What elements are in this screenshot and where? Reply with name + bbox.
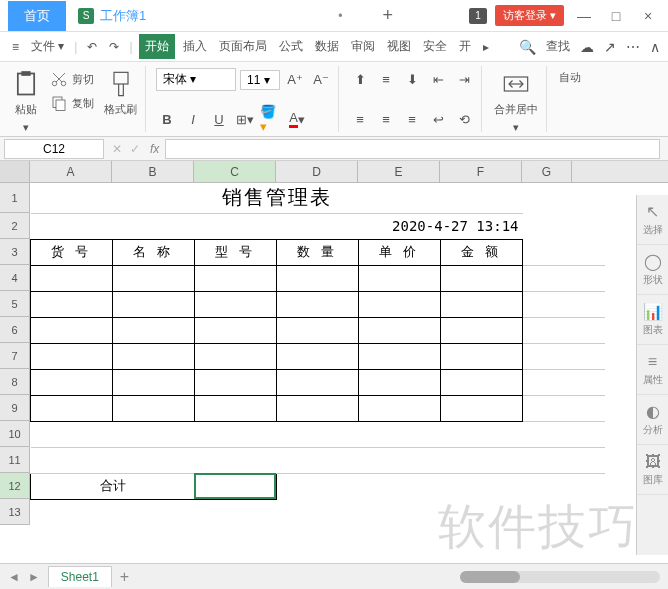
fx-confirm-icon[interactable]: ✓ — [130, 142, 140, 156]
bold-button[interactable]: B — [156, 108, 178, 130]
sheet-next-icon[interactable]: ► — [28, 570, 40, 584]
col-header-c[interactable]: C — [194, 161, 276, 182]
row-header-1[interactable]: 1 — [0, 183, 30, 213]
format-painter-button[interactable]: 格式刷 — [102, 68, 139, 136]
row-header-3[interactable]: 3 — [0, 239, 30, 265]
more-icon[interactable]: ⋯ — [626, 39, 640, 55]
file-menu[interactable]: 文件 ▾ — [27, 36, 68, 57]
tab-pagelayout[interactable]: 页面布局 — [215, 36, 271, 57]
align-left-icon[interactable]: ≡ — [349, 108, 371, 130]
sheet-tab[interactable]: Sheet1 — [48, 566, 112, 587]
col-header-g[interactable]: G — [522, 161, 572, 182]
undo-icon[interactable]: ↶ — [83, 38, 101, 56]
col-header-a[interactable]: A — [30, 161, 112, 182]
tab-start[interactable]: 开始 — [139, 34, 175, 59]
fx-cancel-icon[interactable]: ✕ — [112, 142, 122, 156]
row-header-9[interactable]: 9 — [0, 395, 30, 421]
name-box[interactable]: C12 — [4, 139, 104, 159]
increase-font-icon[interactable]: A⁺ — [284, 69, 306, 91]
align-middle-icon[interactable]: ≡ — [375, 68, 397, 90]
sheet-prev-icon[interactable]: ◄ — [8, 570, 20, 584]
sheet-date[interactable]: 2020-4-27 13:14 — [31, 213, 523, 239]
align-right-icon[interactable]: ≡ — [401, 108, 423, 130]
merge-center-button[interactable]: 合并居中▾ — [492, 68, 540, 136]
fill-color-button[interactable]: 🪣▾ — [260, 108, 282, 130]
notification-badge[interactable]: 1 — [469, 8, 487, 24]
border-button[interactable]: ⊞▾ — [234, 108, 256, 130]
row-header-13[interactable]: 13 — [0, 499, 30, 525]
col-header-f[interactable]: F — [440, 161, 522, 182]
formula-bar[interactable] — [165, 139, 660, 159]
underline-button[interactable]: U — [208, 108, 230, 130]
paste-button[interactable]: 粘贴▾ — [10, 68, 42, 136]
maximize-button[interactable]: □ — [604, 8, 628, 24]
cloud-icon[interactable]: ☁ — [580, 39, 594, 55]
font-color-button[interactable]: A▾ — [286, 108, 308, 130]
copy-button[interactable]: 复制 — [48, 92, 96, 114]
side-gallery[interactable]: 🖼图库 — [637, 445, 668, 495]
add-sheet-button[interactable]: + — [120, 568, 129, 586]
tab-security[interactable]: 安全 — [419, 36, 451, 57]
tab-data[interactable]: 数据 — [311, 36, 343, 57]
side-analyze[interactable]: ◐分析 — [637, 395, 668, 445]
search-label[interactable]: 查找 — [546, 38, 570, 55]
header-shuliang[interactable]: 数 量 — [277, 239, 359, 265]
row-header-6[interactable]: 6 — [0, 317, 30, 343]
sheet-title[interactable]: 销售管理表 — [31, 183, 523, 213]
header-jine[interactable]: 金 额 — [441, 239, 523, 265]
row-header-10[interactable]: 10 — [0, 421, 30, 447]
workbook-tab[interactable]: S 工作簿1 — [66, 7, 158, 25]
tab-review[interactable]: 审阅 — [347, 36, 379, 57]
side-props[interactable]: ≡属性 — [637, 345, 668, 395]
share-icon[interactable]: ↗ — [604, 39, 616, 55]
minimize-button[interactable]: — — [572, 8, 596, 24]
header-mingcheng[interactable]: 名 称 — [113, 239, 195, 265]
collapse-ribbon-icon[interactable]: ∧ — [650, 39, 660, 55]
row-header-8[interactable]: 8 — [0, 369, 30, 395]
home-tab[interactable]: 首页 — [8, 1, 66, 31]
auto-button[interactable]: 自动 — [557, 68, 583, 87]
col-header-e[interactable]: E — [358, 161, 440, 182]
header-danjia[interactable]: 单 价 — [359, 239, 441, 265]
total-label-cell[interactable]: 合计 — [31, 473, 195, 499]
redo-icon[interactable]: ↷ — [105, 38, 123, 56]
decrease-font-icon[interactable]: A⁻ — [310, 69, 332, 91]
search-icon[interactable]: 🔍 — [519, 39, 536, 55]
indent-increase-icon[interactable]: ⇥ — [453, 68, 475, 90]
hamburger-icon[interactable]: ≡ — [8, 38, 23, 56]
tab-view[interactable]: 视图 — [383, 36, 415, 57]
tab-dev[interactable]: 开 — [455, 36, 475, 57]
header-huohao[interactable]: 货 号 — [31, 239, 113, 265]
font-size-select[interactable]: 11 ▾ — [240, 70, 280, 90]
side-chart[interactable]: 📊图表 — [637, 295, 668, 345]
cut-button[interactable]: 剪切 — [48, 68, 96, 90]
tab-formula[interactable]: 公式 — [275, 36, 307, 57]
align-bottom-icon[interactable]: ⬇ — [401, 68, 423, 90]
row-header-5[interactable]: 5 — [0, 291, 30, 317]
guest-login-button[interactable]: 访客登录 ▾ — [495, 5, 564, 26]
side-shape[interactable]: ◯形状 — [637, 245, 668, 295]
italic-button[interactable]: I — [182, 108, 204, 130]
new-tab-button[interactable]: + — [382, 5, 393, 26]
align-top-icon[interactable]: ⬆ — [349, 68, 371, 90]
orientation-icon[interactable]: ⟲ — [453, 108, 475, 130]
row-header-4[interactable]: 4 — [0, 265, 30, 291]
row-header-7[interactable]: 7 — [0, 343, 30, 369]
fx-icon[interactable]: fx — [150, 142, 159, 156]
indent-decrease-icon[interactable]: ⇤ — [427, 68, 449, 90]
tab-overflow-icon[interactable]: ▸ — [479, 38, 493, 56]
align-center-icon[interactable]: ≡ — [375, 108, 397, 130]
scrollbar-thumb[interactable] — [460, 571, 520, 583]
col-header-d[interactable]: D — [276, 161, 358, 182]
row-header-11[interactable]: 11 — [0, 447, 30, 473]
font-name-select[interactable]: 宋体 ▾ — [156, 68, 236, 91]
col-header-b[interactable]: B — [112, 161, 194, 182]
side-select[interactable]: ↖选择 — [637, 195, 668, 245]
close-button[interactable]: × — [636, 8, 660, 24]
row-header-2[interactable]: 2 — [0, 213, 30, 239]
wrap-text-icon[interactable]: ↩ — [427, 108, 449, 130]
select-all-corner[interactable] — [0, 161, 30, 182]
cells[interactable]: 销售管理表 2020-4-27 13:14 货 号 名 称 型 号 数 量 单 … — [30, 183, 605, 525]
header-xinghao[interactable]: 型 号 — [195, 239, 277, 265]
horizontal-scrollbar[interactable] — [460, 571, 660, 583]
